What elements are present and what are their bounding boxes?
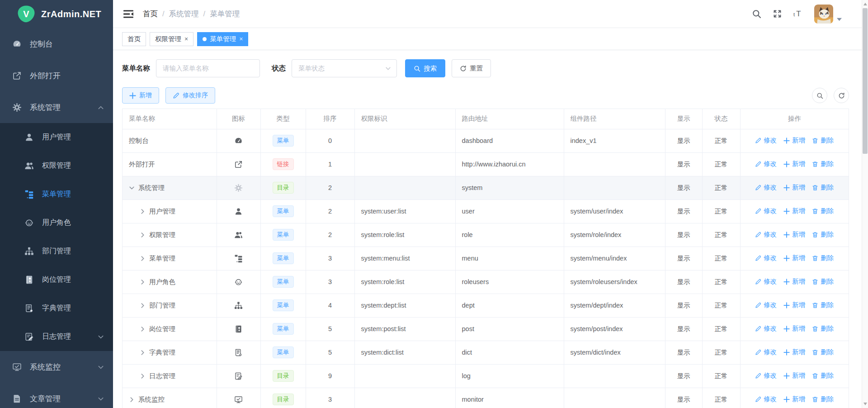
add-button[interactable]: 新增 [122, 87, 159, 104]
row-add-link[interactable]: 新增 [783, 230, 805, 239]
row-add-link[interactable]: 新增 [783, 324, 805, 333]
row-edit-link[interactable]: 修改 [755, 207, 777, 215]
row-delete-link[interactable]: 删除 [812, 207, 834, 215]
row-edit-link[interactable]: 修改 [755, 371, 777, 380]
tree-expand-icon[interactable] [140, 209, 146, 214]
row-add-link[interactable]: 新增 [783, 348, 805, 356]
tree-expand-icon[interactable] [140, 373, 146, 379]
sidebar-item-7[interactable]: 部门管理 [0, 237, 113, 266]
tree-expand-icon[interactable] [129, 397, 135, 403]
tree-expand-icon[interactable] [140, 279, 146, 285]
edit-sort-button[interactable]: 修改排序 [165, 87, 215, 104]
sidebar-item-9[interactable]: 字典管理 [0, 294, 113, 323]
row-delete-link[interactable]: 删除 [812, 301, 834, 309]
status-select[interactable]: 菜单状态 [292, 59, 397, 77]
sidebar-item-3[interactable]: 用户管理 [0, 123, 113, 152]
tree-expand-icon[interactable] [140, 350, 146, 356]
row-edit-link[interactable]: 修改 [755, 348, 777, 356]
row-add-link[interactable]: 新增 [783, 254, 805, 262]
row-add-link[interactable]: 新增 [783, 207, 805, 215]
search-button[interactable]: 搜索 [405, 59, 445, 77]
tree-collapse-icon[interactable] [129, 185, 135, 191]
user-menu[interactable] [814, 5, 842, 24]
font-size-icon[interactable]: tT [793, 9, 803, 19]
sidebar-collapse-icon[interactable] [123, 9, 134, 19]
row-edit-link[interactable]: 修改 [755, 324, 777, 333]
sidebar-item-5[interactable]: 菜单管理 [0, 180, 113, 209]
tab-close-icon[interactable]: × [239, 36, 243, 42]
avatar[interactable] [814, 5, 833, 24]
sidebar-item-6[interactable]: 用户角色 [0, 209, 113, 237]
row-edit-link[interactable]: 修改 [755, 136, 777, 145]
sidebar-item-1[interactable]: 外部打开 [0, 60, 113, 91]
tree-expand-icon[interactable] [140, 256, 146, 261]
table-row[interactable]: 用户角色菜单3system:role:listroleuserssystem/r… [123, 270, 849, 294]
table-row[interactable]: 系统管理目录2system显示正常修改新增删除 [123, 176, 849, 199]
table-row[interactable]: 控制台菜单0dashboardindex_v1显示正常修改新增删除 [123, 129, 849, 152]
row-delete-link[interactable]: 删除 [812, 371, 834, 380]
row-edit-link[interactable]: 修改 [755, 301, 777, 309]
row-edit-link[interactable]: 修改 [755, 254, 777, 262]
row-edit-link[interactable]: 修改 [755, 160, 777, 168]
table-row[interactable]: 字典管理菜单5system:dict:listdictsystem/dict/i… [123, 341, 849, 364]
search-icon[interactable] [752, 9, 761, 19]
row-add-link[interactable]: 新增 [783, 371, 805, 380]
table-row[interactable]: 日志管理目录9log显示正常修改新增删除 [123, 364, 849, 388]
row-delete-link[interactable]: 删除 [812, 395, 834, 403]
table-row[interactable]: 部门管理菜单4system:dept:listdeptsystem/dept/i… [123, 294, 849, 317]
row-add-link[interactable]: 新增 [783, 395, 805, 403]
row-add-link[interactable]: 新增 [783, 160, 805, 168]
table-row[interactable]: 外部打开链接1http://www.izhaorui.cn显示正常修改新增删除 [123, 152, 849, 176]
row-edit-link[interactable]: 修改 [755, 395, 777, 403]
scrollbar-thumb[interactable] [863, 8, 868, 154]
table-row[interactable]: 菜单管理菜单3system:menu:listmenusystem/menu/i… [123, 247, 849, 270]
table-row[interactable]: 系统监控目录3monitor显示正常修改新增删除 [123, 388, 849, 408]
path-value: http://www.izhaorui.cn [455, 152, 564, 176]
sidebar-item-0[interactable]: 控制台 [0, 28, 113, 60]
row-delete-link[interactable]: 删除 [812, 254, 834, 262]
tab-close-icon[interactable]: × [184, 36, 188, 42]
sidebar-item-10[interactable]: 日志管理 [0, 323, 113, 351]
row-delete-link[interactable]: 删除 [812, 230, 834, 239]
row-edit-link[interactable]: 修改 [755, 277, 777, 286]
sidebar-item-12[interactable]: 文章管理 [0, 383, 113, 408]
row-add-link[interactable]: 新增 [783, 183, 805, 192]
tree-expand-icon[interactable] [140, 232, 146, 238]
window-scrollbar[interactable] [862, 0, 868, 408]
table-search-toggle-button[interactable] [812, 88, 827, 103]
plus-icon [783, 373, 790, 379]
row-add-link[interactable]: 新增 [783, 136, 805, 145]
row-delete-link[interactable]: 删除 [812, 277, 834, 286]
scrollbar-up-arrow-icon[interactable] [862, 0, 868, 8]
sidebar-item-8[interactable]: 岗位管理 [0, 266, 113, 294]
tree-expand-icon[interactable] [140, 303, 146, 308]
path-value: roleusers [455, 270, 564, 294]
row-edit-link[interactable]: 修改 [755, 183, 777, 192]
sidebar-item-11[interactable]: 系统监控 [0, 351, 113, 383]
row-delete-link[interactable]: 删除 [812, 136, 834, 145]
row-add-link[interactable]: 新增 [783, 277, 805, 286]
fullscreen-icon[interactable] [773, 9, 782, 19]
row-delete-link[interactable]: 删除 [812, 183, 834, 192]
table-row[interactable]: 权限管理菜单2system:role:listrolesystem/role/i… [123, 223, 849, 247]
row-edit-link[interactable]: 修改 [755, 230, 777, 239]
sidebar-item-4[interactable]: 权限管理 [0, 152, 113, 180]
tab-1[interactable]: 权限管理× [150, 32, 193, 46]
row-delete-link[interactable]: 删除 [812, 324, 834, 333]
breadcrumb-item[interactable]: 首页 [143, 9, 158, 19]
tab-2[interactable]: 菜单管理× [197, 32, 248, 46]
table-row[interactable]: 岗位管理菜单5system:post:listpostsystem/post/i… [123, 317, 849, 341]
table-refresh-button[interactable] [834, 88, 849, 103]
tree-expand-icon[interactable] [140, 326, 146, 332]
row-delete-link[interactable]: 删除 [812, 160, 834, 168]
tab-0[interactable]: 首页 [122, 32, 146, 46]
reset-button[interactable]: 重置 [452, 59, 491, 77]
table-row[interactable]: 用户管理菜单2system:user:listusersystem/user/i… [123, 199, 849, 223]
menu-name-input[interactable] [156, 59, 260, 77]
app-logo[interactable]: V ZrAdmin.NET [0, 0, 113, 28]
sidebar-item-2[interactable]: 系统管理 [0, 91, 113, 123]
scrollbar-down-arrow-icon[interactable] [862, 400, 868, 408]
row-add-link[interactable]: 新增 [783, 301, 805, 309]
row-delete-link[interactable]: 删除 [812, 348, 834, 356]
caret-down-icon[interactable] [837, 18, 842, 21]
